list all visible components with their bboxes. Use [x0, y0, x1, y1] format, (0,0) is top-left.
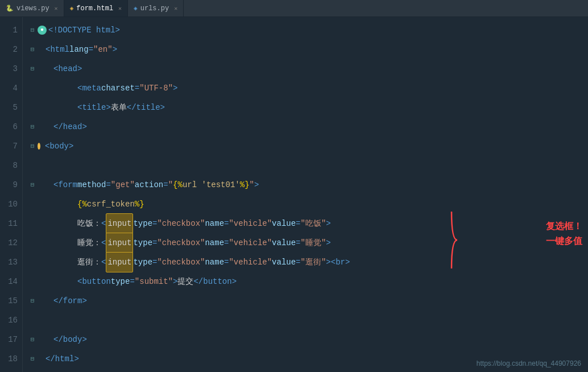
- brace-annotation: [449, 210, 466, 270]
- code-line-9: ⊟ <form method="get" action="{% url 'tes…: [23, 175, 588, 195]
- line-num-12: 12: [6, 233, 18, 253]
- head-tag: <head>: [53, 59, 82, 78]
- meta-tag: <meta: [77, 78, 101, 98]
- code-line-2: ⊟ <html lang="en">: [23, 40, 588, 59]
- body-open: <body>: [45, 137, 73, 156]
- line-num-15: 15: [6, 291, 18, 311]
- urls-icon: ◈: [134, 5, 138, 12]
- line-num-3: 3: [6, 59, 18, 78]
- code-line-14: <button type="submit">提交</button>: [23, 272, 588, 291]
- line-numbers: 1 2 3 4 5 6 7 8 9 10 11 12 13 14 15 16 1…: [0, 17, 23, 372]
- line-num-17: 17: [6, 330, 18, 349]
- line-num-5: 5: [6, 98, 18, 117]
- title-open: <title>: [77, 98, 111, 117]
- html-close: </html>: [45, 349, 79, 369]
- code-line-10: {% csrf_token %}: [23, 195, 588, 214]
- code-line-4: <meta charset="UTF-8">: [23, 78, 588, 98]
- doctype-tag: <!DOCTYPE html>: [48, 20, 120, 40]
- input-highlight-13: input: [106, 252, 133, 272]
- code-line-12: 睡觉：<input type="checkbox" name="vehicle"…: [23, 233, 588, 253]
- line-num-18: 18: [6, 349, 18, 369]
- annotation-label1: 复选框！: [546, 221, 582, 231]
- lang-val: "en": [93, 40, 113, 59]
- input-highlight-12: input: [106, 233, 133, 253]
- close-icon[interactable]: ✕: [174, 5, 177, 12]
- line-num-8: 8: [6, 156, 18, 175]
- line-num-13: 13: [6, 253, 18, 272]
- line-num-11: 11: [6, 214, 18, 233]
- code-line-16: [23, 311, 588, 330]
- line-num-1: 1: [6, 20, 18, 40]
- code-line-6: ⊟ </head>: [23, 117, 588, 137]
- code-line-11: 吃饭：<input type="checkbox" name="vehicle"…: [23, 214, 588, 233]
- fold-icon-2[interactable]: ⊟: [28, 46, 36, 53]
- tab-label: form.html: [76, 5, 113, 13]
- line-num-9: 9: [6, 175, 18, 195]
- code-line-3: ⊟ <head>: [23, 59, 588, 78]
- close-icon[interactable]: ✕: [118, 5, 122, 12]
- code-line-7: ⊟ <body>: [23, 137, 588, 156]
- fold-icon-18[interactable]: ⊟: [28, 355, 36, 363]
- py-icon: 🐍: [6, 5, 14, 12]
- editor: 1 2 3 4 5 6 7 8 9 10 11 12 13 14 15 16 1…: [0, 17, 588, 372]
- code-line-17: ⊟ </body>: [23, 330, 588, 349]
- tab-urls-py[interactable]: ◈ urls.py ✕: [128, 0, 184, 16]
- tab-views-py[interactable]: 🐍 views.py ✕: [0, 0, 64, 16]
- line-num-16: 16: [6, 311, 18, 330]
- fold-icon-17[interactable]: ⊟: [28, 336, 36, 344]
- annotation-label2: 一键多值: [546, 236, 582, 246]
- html-open-tag: <html: [45, 40, 69, 59]
- code-line-8: [23, 156, 588, 175]
- code-line-1: ⊟ ● <!DOCTYPE html>: [23, 20, 588, 40]
- dot-icon-7: [38, 143, 40, 150]
- close-icon[interactable]: ✕: [55, 5, 58, 12]
- tab-label: urls.py: [140, 5, 169, 13]
- python-dot-icon: ●: [38, 26, 47, 35]
- line-num-7: 7: [6, 137, 18, 156]
- head-close: </head>: [53, 117, 87, 137]
- code-area: ⊟ ● <!DOCTYPE html> ⊟ <html lang="en"> ⊟…: [23, 17, 588, 372]
- code-line-5: <title>表单</title>: [23, 98, 588, 117]
- tab-label: views.py: [16, 5, 49, 13]
- form-open: <form: [53, 175, 77, 195]
- html-icon: ◈: [70, 5, 74, 12]
- fold-icon-3[interactable]: ⊟: [28, 65, 36, 73]
- input-highlight-11: input: [106, 213, 133, 234]
- fold-icon-9[interactable]: ⊟: [28, 181, 36, 189]
- annotation-block: 复选框！ 一键多值: [546, 219, 582, 248]
- tab-form-html[interactable]: ◈ form.html ✕: [64, 0, 128, 16]
- fold-icon-6[interactable]: ⊟: [28, 123, 36, 131]
- fold-icon-7[interactable]: ⊟: [28, 142, 36, 150]
- fold-icon-15[interactable]: ⊟: [28, 297, 36, 305]
- form-close: </form>: [53, 291, 87, 311]
- line-num-4: 4: [6, 78, 18, 98]
- lang-attr: lang: [69, 40, 89, 59]
- line-num-10: 10: [6, 195, 18, 214]
- code-line-15: ⊟ </form>: [23, 291, 588, 311]
- body-close: </body>: [53, 330, 87, 349]
- code-line-13: 逛街：<input type="checkbox" name="vehicle"…: [23, 253, 588, 272]
- line-num-6: 6: [6, 117, 18, 137]
- line-num-2: 2: [6, 40, 18, 59]
- fold-icon-1[interactable]: ⊟: [28, 26, 36, 34]
- line-num-14: 14: [6, 272, 18, 291]
- watermark: https://blog.csdn.net/qq_44907926: [477, 359, 581, 367]
- tab-bar: 🐍 views.py ✕ ◈ form.html ✕ ◈ urls.py ✕: [0, 0, 588, 17]
